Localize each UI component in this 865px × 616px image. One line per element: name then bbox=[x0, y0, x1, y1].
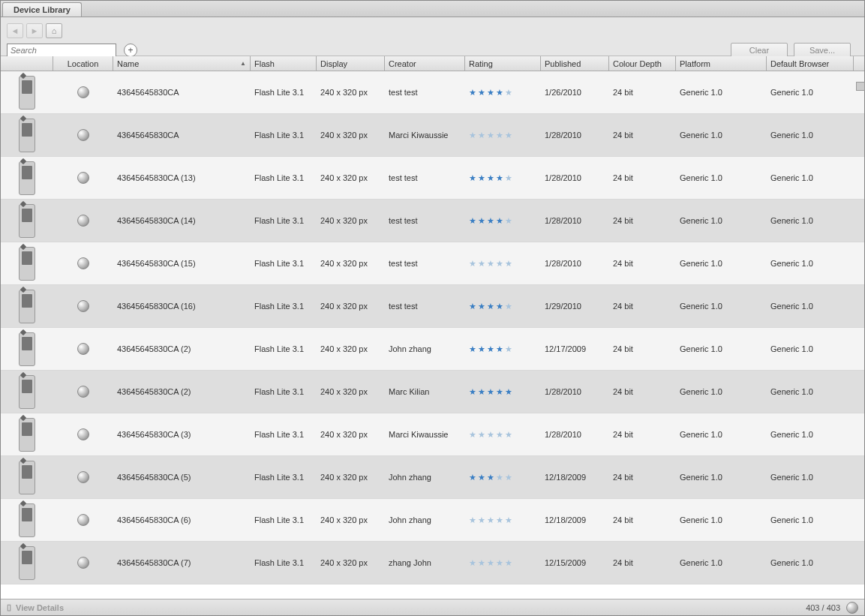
cell-name: 43645645830CA (7) bbox=[113, 542, 251, 584]
cell-published: 1/26/2010 bbox=[541, 71, 609, 113]
cell-name: 43645645830CA (2) bbox=[113, 328, 251, 370]
col-header-name[interactable]: Name▲ bbox=[113, 56, 251, 71]
cell-creator: John zhang bbox=[385, 456, 465, 498]
table-row[interactable]: 43645645830CA (5)Flash Lite 3.1240 x 320… bbox=[1, 456, 864, 499]
status-counter: 403 / 403 bbox=[806, 602, 858, 614]
table-row[interactable]: 43645645830CA (7)Flash Lite 3.1240 x 320… bbox=[1, 542, 864, 584]
cell-platform: Generic 1.0 bbox=[676, 328, 767, 370]
cell-published: 12/15/2009 bbox=[541, 542, 609, 584]
rating-stars: ★★★★★ bbox=[469, 173, 512, 183]
cell-location bbox=[53, 200, 113, 242]
col-header-icon[interactable] bbox=[1, 56, 53, 71]
col-header-display[interactable]: Display bbox=[317, 56, 385, 71]
grid-body[interactable]: 43645645830CAFlash Lite 3.1240 x 320 pxt… bbox=[1, 71, 864, 599]
cell-display: 240 x 320 px bbox=[317, 114, 385, 156]
col-header-location[interactable]: Location bbox=[53, 56, 113, 71]
cell-platform: Generic 1.0 bbox=[676, 285, 767, 327]
counter-text: 403 / 403 bbox=[806, 603, 840, 612]
col-header-published[interactable]: Published bbox=[541, 56, 609, 71]
star-icon: ★ bbox=[496, 173, 503, 183]
cell-display: 240 x 320 px bbox=[317, 242, 385, 284]
cell-icon bbox=[1, 71, 53, 113]
cell-flash: Flash Lite 3.1 bbox=[251, 157, 317, 199]
phone-icon bbox=[19, 332, 35, 366]
cell-name: 43645645830CA (16) bbox=[113, 285, 251, 327]
star-icon: ★ bbox=[496, 558, 503, 568]
cell-platform: Generic 1.0 bbox=[676, 157, 767, 199]
star-icon: ★ bbox=[505, 259, 512, 269]
cell-name: 43645645830CA bbox=[113, 114, 251, 156]
star-icon: ★ bbox=[487, 259, 494, 269]
cell-published: 1/28/2010 bbox=[541, 242, 609, 284]
star-icon: ★ bbox=[505, 515, 512, 525]
back-button[interactable]: ◄ bbox=[7, 23, 23, 38]
globe-icon bbox=[77, 471, 89, 483]
table-row[interactable]: 43645645830CA (14)Flash Lite 3.1240 x 32… bbox=[1, 200, 864, 242]
plus-icon: + bbox=[128, 45, 133, 56]
star-icon: ★ bbox=[478, 430, 485, 440]
cell-browser: Generic 1.0 bbox=[767, 456, 854, 498]
table-row[interactable]: 43645645830CA (2)Flash Lite 3.1240 x 320… bbox=[1, 328, 864, 371]
star-icon: ★ bbox=[487, 302, 494, 311]
star-icon: ★ bbox=[478, 131, 485, 140]
search-input[interactable] bbox=[7, 44, 116, 57]
cell-colour: 24 bit bbox=[609, 285, 676, 327]
col-header-browser[interactable]: Default Browser bbox=[767, 56, 854, 71]
cell-rating: ★★★★★ bbox=[465, 114, 541, 156]
star-icon: ★ bbox=[496, 131, 503, 140]
star-icon: ★ bbox=[478, 473, 485, 482]
cell-display: 240 x 320 px bbox=[317, 371, 385, 413]
col-header-flash[interactable]: Flash bbox=[251, 56, 317, 71]
star-icon: ★ bbox=[478, 88, 485, 98]
star-icon: ★ bbox=[496, 302, 503, 311]
save-button[interactable]: Save... bbox=[794, 43, 851, 58]
tab-device-library[interactable]: Device Library bbox=[2, 2, 82, 17]
star-icon: ★ bbox=[487, 131, 494, 140]
phone-icon bbox=[19, 461, 35, 494]
cell-browser: Generic 1.0 bbox=[767, 114, 854, 156]
cell-platform: Generic 1.0 bbox=[676, 242, 767, 284]
view-details-button[interactable]: ▯ View Details bbox=[7, 602, 64, 612]
cell-name: 43645645830CA (15) bbox=[113, 242, 251, 284]
home-icon: ⌂ bbox=[52, 26, 57, 35]
table-row[interactable]: 43645645830CA (13)Flash Lite 3.1240 x 32… bbox=[1, 157, 864, 200]
globe-icon bbox=[77, 343, 89, 355]
star-icon: ★ bbox=[505, 302, 512, 311]
cell-rating: ★★★★★ bbox=[465, 157, 541, 199]
table-row[interactable]: 43645645830CAFlash Lite 3.1240 x 320 pxt… bbox=[1, 71, 864, 114]
globe-icon bbox=[77, 386, 89, 398]
home-button[interactable]: ⌂ bbox=[46, 23, 62, 38]
cell-platform: Generic 1.0 bbox=[676, 456, 767, 498]
cell-display: 240 x 320 px bbox=[317, 456, 385, 498]
globe-icon bbox=[77, 86, 89, 98]
table-row[interactable]: 43645645830CA (16)Flash Lite 3.1240 x 32… bbox=[1, 285, 864, 328]
cell-platform: Generic 1.0 bbox=[676, 114, 767, 156]
cell-display: 240 x 320 px bbox=[317, 200, 385, 242]
star-icon: ★ bbox=[487, 88, 494, 98]
star-icon: ★ bbox=[496, 473, 503, 482]
table-row[interactable]: 43645645830CA (2)Flash Lite 3.1240 x 320… bbox=[1, 371, 864, 413]
cell-browser: Generic 1.0 bbox=[767, 371, 854, 413]
col-header-rating[interactable]: Rating bbox=[465, 56, 541, 71]
table-row[interactable]: 43645645830CA (6)Flash Lite 3.1240 x 320… bbox=[1, 499, 864, 542]
table-row[interactable]: 43645645830CA (15)Flash Lite 3.1240 x 32… bbox=[1, 242, 864, 285]
clear-button[interactable]: Clear bbox=[731, 43, 788, 58]
scroll-indicator[interactable] bbox=[856, 82, 865, 91]
cell-platform: Generic 1.0 bbox=[676, 371, 767, 413]
forward-button[interactable]: ► bbox=[26, 23, 43, 38]
col-header-creator[interactable]: Creator bbox=[385, 56, 465, 71]
rating-stars: ★★★★★ bbox=[469, 131, 512, 140]
cell-platform: Generic 1.0 bbox=[676, 542, 767, 584]
table-row[interactable]: 43645645830CA (3)Flash Lite 3.1240 x 320… bbox=[1, 413, 864, 456]
cell-icon bbox=[1, 200, 53, 242]
col-header-platform[interactable]: Platform bbox=[676, 56, 767, 71]
table-row[interactable]: 43645645830CAFlash Lite 3.1240 x 320 pxM… bbox=[1, 114, 864, 157]
star-icon: ★ bbox=[487, 173, 494, 183]
col-header-colour[interactable]: Colour Depth bbox=[609, 56, 676, 71]
add-button[interactable]: + bbox=[124, 44, 137, 57]
globe-icon bbox=[77, 215, 89, 227]
star-icon: ★ bbox=[478, 259, 485, 269]
cell-platform: Generic 1.0 bbox=[676, 499, 767, 541]
globe-icon bbox=[77, 172, 89, 184]
cell-creator: Marci Kiwaussie bbox=[385, 114, 465, 156]
